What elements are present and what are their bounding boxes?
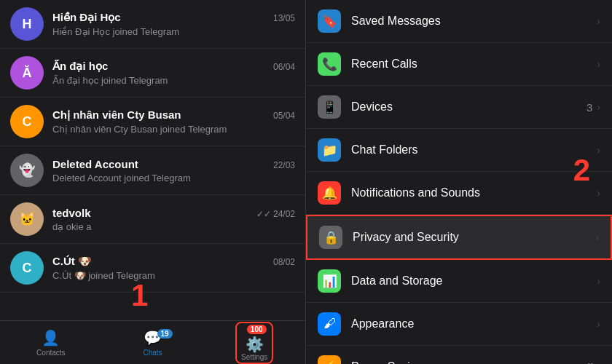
settings-item-label-notifications: Notifications and Sounds [351, 186, 592, 199]
chat-item-hien-dai-hoc[interactable]: HHiền Đại Học13/05Hiền Đại Học joined Te… [0, 0, 305, 49]
label-1: 1 [131, 278, 148, 313]
recent-calls-icon: 📞 [318, 52, 341, 76]
avatar: H [10, 7, 44, 41]
tab-label-contacts: Contacts [36, 349, 65, 357]
chevron-icon: › [597, 144, 600, 156]
chat-item-tedvolk[interactable]: 🐱tedvolk✓✓ 24/02dạ okie a [0, 195, 305, 244]
settings-item-privacy[interactable]: 🔒Privacy and Security› [306, 215, 612, 260]
chat-date: ✓✓ 24/02 [256, 209, 295, 219]
chat-preview: dạ okie a [52, 221, 295, 232]
settings-item-saved-messages[interactable]: 🔖Saved Messages› [306, 0, 612, 43]
chat-date: 05/04 [273, 111, 295, 121]
settings-item-recent-calls[interactable]: 📞Recent Calls› [306, 43, 612, 86]
chevron-icon: › [597, 58, 600, 70]
tab-chats[interactable]: 19💬Chats [102, 329, 204, 357]
settings-item-label-power-saving: Power Saving [351, 360, 578, 364]
chat-name: tedvolk [52, 207, 91, 219]
chat-name: Hiền Đại Học [52, 11, 121, 24]
chat-info: Hiền Đại Học13/05Hiền Đại Học joined Tel… [52, 11, 295, 37]
settings-item-power-saving[interactable]: ⚡Power SavingOff› [306, 346, 612, 364]
chat-date: 22/03 [273, 160, 295, 170]
data-storage-icon: 📊 [318, 269, 341, 293]
chat-info: Deleted Account22/03Deleted Account join… [52, 158, 295, 183]
chat-preview: Ẩn đại học joined Telegram [52, 75, 295, 86]
appearance-icon: 🖌 [318, 312, 341, 336]
avatar: C [10, 251, 44, 285]
chevron-icon: › [597, 318, 600, 330]
avatar: Ă [10, 56, 44, 90]
chat-item-cut[interactable]: CC.Út 🐶08/02C.Út 🐶 joined Telegram [0, 244, 305, 293]
chevron-icon: › [597, 101, 600, 113]
chat-item-chi-nhan-vien[interactable]: CChị nhân viên Cty Busan05/04Chị nhân vi… [0, 98, 305, 146]
settings-list: 🔖Saved Messages›📞Recent Calls›📱Devices3›… [306, 0, 612, 364]
avatar: C [10, 105, 44, 138]
chat-date: 06/04 [273, 62, 295, 72]
chat-name: Deleted Account [52, 158, 138, 170]
chevron-icon: › [597, 187, 600, 199]
chat-item-an-dai-hoc[interactable]: ĂẨn đại học06/04Ẩn đại học joined Telegr… [0, 49, 305, 98]
chat-folders-icon: 📁 [318, 138, 341, 162]
chat-preview: Chị nhân viên Cty Busan joined Telegram [52, 124, 295, 135]
settings-tab-box: 100⚙️Settings [235, 322, 273, 364]
chat-name: Ẩn đại học [52, 60, 108, 73]
chat-info: Chị nhân viên Cty Busan05/04Chị nhân viê… [52, 108, 295, 135]
settings-item-label-data-storage: Data and Storage [351, 274, 592, 288]
settings-item-label-devices: Devices [351, 100, 586, 114]
tab-contacts[interactable]: 👤Contacts [0, 329, 102, 357]
chat-preview: Hiền Đại Học joined Telegram [52, 26, 295, 37]
settings-item-data-storage[interactable]: 📊Data and Storage› [306, 260, 612, 303]
privacy-icon: 🔒 [319, 226, 342, 249]
chevron-icon: › [597, 275, 600, 287]
tab-badge-settings: 100 [247, 325, 267, 334]
chat-info: C.Út 🐶08/02C.Út 🐶 joined Telegram [52, 255, 295, 281]
avatar: 👻 [10, 154, 44, 187]
chat-info: Ẩn đại học06/04Ẩn đại học joined Telegra… [52, 60, 295, 86]
settings-item-chat-folders[interactable]: 📁Chat Folders› [306, 129, 612, 172]
settings-item-appearance[interactable]: 🖌Appearance› [306, 303, 612, 346]
settings-item-label-privacy: Privacy and Security [353, 231, 591, 244]
tab-label-chats: Chats [143, 349, 162, 357]
left-panel: HHiền Đại Học13/05Hiền Đại Học joined Te… [0, 0, 306, 364]
settings-item-label-appearance: Appearance [351, 317, 592, 331]
chat-item-deleted-account[interactable]: 👻Deleted Account22/03Deleted Account joi… [0, 146, 305, 195]
avatar: 🐱 [10, 202, 44, 236]
settings-item-notifications[interactable]: 🔔Notifications and Sounds› [306, 172, 612, 215]
notifications-icon: 🔔 [318, 181, 341, 205]
tab-bar: 👤Contacts19💬Chats100⚙️Settings [0, 320, 305, 364]
chat-preview: C.Út 🐶 joined Telegram [52, 270, 295, 281]
chat-name: Chị nhân viên Cty Busan [52, 108, 181, 122]
settings-icon: ⚙️ [246, 336, 264, 353]
settings-item-devices[interactable]: 📱Devices3› [306, 86, 612, 129]
chat-list: HHiền Đại Học13/05Hiền Đại Học joined Te… [0, 0, 305, 320]
tab-label-settings: Settings [241, 353, 267, 361]
chat-preview: Deleted Account joined Telegram [52, 173, 295, 183]
chevron-icon: › [597, 361, 600, 364]
settings-item-value-devices: 3 [586, 101, 592, 114]
settings-item-value-power-saving: Off [578, 361, 593, 365]
saved-messages-icon: 🔖 [318, 9, 341, 33]
tab-settings[interactable]: 100⚙️Settings [203, 322, 305, 364]
label-2: 2 [573, 153, 590, 188]
right-panel: 🔖Saved Messages›📞Recent Calls›📱Devices3›… [306, 0, 612, 364]
tab-badge-chats: 19 [157, 329, 173, 339]
chat-date: 13/05 [273, 13, 295, 23]
settings-item-label-saved-messages: Saved Messages [351, 15, 592, 28]
chevron-icon: › [595, 232, 599, 243]
power-saving-icon: ⚡ [318, 355, 341, 364]
chat-name: C.Út 🐶 [52, 255, 92, 268]
chat-date: 08/02 [273, 257, 295, 267]
chat-info: tedvolk✓✓ 24/02dạ okie a [52, 207, 295, 232]
settings-item-label-chat-folders: Chat Folders [351, 143, 592, 157]
settings-item-label-recent-calls: Recent Calls [351, 58, 592, 71]
contacts-icon: 👤 [42, 329, 60, 347]
devices-icon: 📱 [318, 95, 341, 119]
chevron-icon: › [597, 15, 600, 27]
